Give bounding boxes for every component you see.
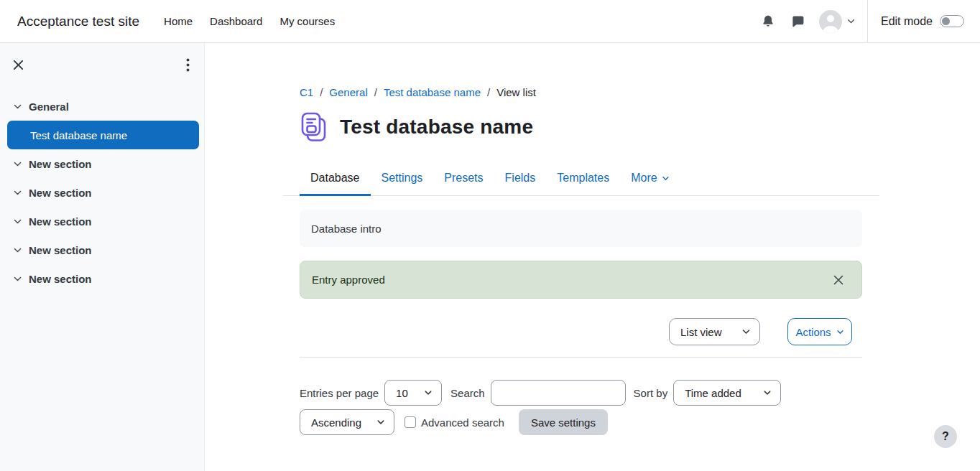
- tab-fields[interactable]: Fields: [494, 162, 547, 196]
- user-avatar: [819, 10, 842, 33]
- user-menu-chevron-icon: [847, 17, 855, 25]
- chevron-down-icon: [13, 217, 22, 226]
- breadcrumb-separator: /: [320, 86, 323, 98]
- tab-more-label: More: [631, 172, 657, 185]
- advanced-search-label[interactable]: Advanced search: [421, 416, 504, 429]
- view-mode-select[interactable]: List view: [669, 318, 760, 345]
- sort-by-select[interactable]: Time added: [673, 380, 781, 406]
- drawer-options-ellipsis-icon[interactable]: [183, 55, 193, 75]
- section-label: New section: [29, 273, 92, 285]
- section-toggle-3[interactable]: New section: [0, 207, 204, 236]
- chevron-down-icon: [13, 102, 22, 111]
- tab-more[interactable]: More: [620, 162, 680, 196]
- chevron-down-icon: [13, 159, 22, 169]
- chevron-down-icon: [836, 328, 844, 336]
- section-label: New section: [29, 215, 92, 228]
- nav-link-my-courses[interactable]: My courses: [279, 15, 335, 27]
- actions-button-label: Actions: [795, 326, 831, 338]
- course-index: General Test database name New section N…: [0, 86, 204, 293]
- breadcrumb-link-activity[interactable]: Test database name: [384, 86, 481, 98]
- edit-mode-toggle[interactable]: [940, 15, 964, 27]
- breadcrumb-separator: /: [487, 86, 490, 98]
- section-label: New section: [29, 244, 92, 256]
- tab-templates[interactable]: Templates: [546, 162, 620, 196]
- course-index-item-active[interactable]: Test database name: [7, 121, 199, 149]
- chevron-down-icon: [13, 188, 22, 197]
- breadcrumb-separator: /: [374, 86, 377, 98]
- section-label: General: [29, 101, 69, 113]
- search-input[interactable]: [491, 380, 626, 406]
- activity-intro: Database intro: [300, 210, 862, 247]
- primary-nav: Home Dashboard My courses: [164, 15, 335, 27]
- database-activity-icon: [300, 111, 328, 144]
- chevron-down-icon: [13, 274, 22, 284]
- search-label: Search: [450, 387, 485, 399]
- notifications-bell-icon[interactable]: [758, 11, 778, 32]
- entries-controls-row2: Ascending Advanced search Save settings: [300, 409, 862, 435]
- success-alert: Entry approved: [300, 261, 862, 299]
- advanced-search-checkbox[interactable]: [405, 416, 416, 428]
- section-label: New section: [29, 187, 92, 199]
- navbar-right: Edit mode: [758, 0, 980, 42]
- section-toggle-1[interactable]: New section: [0, 149, 204, 178]
- section-label: New section: [29, 158, 92, 170]
- chevron-down-icon: [13, 246, 22, 255]
- section-divider: [300, 357, 862, 358]
- help-button[interactable]: ?: [934, 425, 957, 448]
- breadcrumb-link-section[interactable]: General: [329, 86, 367, 98]
- sort-by-label: Sort by: [634, 387, 668, 399]
- page-title: Test database name: [340, 116, 533, 139]
- section-toggle-5[interactable]: New section: [0, 264, 204, 293]
- nav-link-dashboard[interactable]: Dashboard: [210, 15, 262, 27]
- sort-order-select[interactable]: Ascending: [300, 409, 394, 435]
- actions-button[interactable]: Actions: [787, 318, 852, 345]
- chevron-down-icon: [662, 174, 670, 182]
- alert-close-icon[interactable]: [827, 271, 850, 289]
- section-toggle-2[interactable]: New section: [0, 178, 204, 207]
- edit-mode-label: Edit mode: [881, 15, 933, 28]
- nav-link-home[interactable]: Home: [164, 15, 193, 27]
- entries-per-page-select[interactable]: 10: [384, 380, 442, 406]
- activity-tabs: Database Settings Presets Fields Templat…: [300, 162, 862, 196]
- breadcrumb-link-course[interactable]: C1: [300, 86, 313, 98]
- section-toggle-4[interactable]: New section: [0, 236, 204, 264]
- entries-per-page-label: Entries per page: [300, 387, 379, 399]
- toggle-knob: [942, 17, 950, 25]
- course-index-drawer: General Test database name New section N…: [0, 43, 205, 471]
- breadcrumb: C1 / General / Test database name / View…: [300, 85, 862, 99]
- top-navbar: Acceptance test site Home Dashboard My c…: [0, 0, 980, 43]
- navbar-divider: [867, 0, 868, 43]
- tab-presets[interactable]: Presets: [433, 162, 494, 196]
- page-header: Test database name: [300, 111, 862, 144]
- main-content: C1 / General / Test database name / View…: [205, 43, 980, 471]
- entries-controls-row1: Entries per page 10 Search Sort by Time …: [300, 380, 862, 406]
- site-brand[interactable]: Acceptance test site: [17, 14, 139, 29]
- close-drawer-icon[interactable]: [10, 57, 27, 73]
- tab-settings[interactable]: Settings: [371, 162, 434, 196]
- section-toggle-general[interactable]: General: [0, 92, 204, 121]
- save-settings-button[interactable]: Save settings: [519, 409, 608, 435]
- view-controls: List view Actions: [300, 318, 862, 345]
- tab-database[interactable]: Database: [300, 162, 371, 196]
- alert-text: Entry approved: [312, 274, 385, 286]
- drawer-header: [0, 43, 204, 86]
- breadcrumb-current: View list: [496, 86, 536, 98]
- messages-chat-icon[interactable]: [788, 11, 808, 31]
- user-menu[interactable]: [819, 10, 855, 33]
